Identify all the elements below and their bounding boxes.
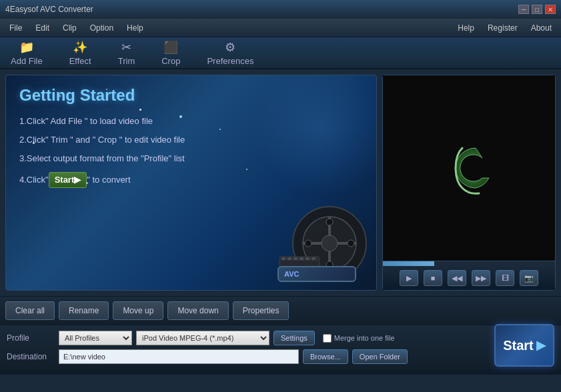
open-folder-button[interactable]: Open Folder xyxy=(352,349,408,364)
destination-label: Destination xyxy=(7,352,55,361)
film-reel-container: AVC xyxy=(276,190,370,283)
avc-badge: AVC xyxy=(277,266,356,282)
step-2: 2.Click" Trim " and " Crop " to edit vid… xyxy=(19,134,363,146)
effect-icon: ✨ xyxy=(73,40,87,55)
toolbar-trim-label: Trim xyxy=(118,56,135,66)
action-bar: Clear all Rename Move up Move down Prope… xyxy=(0,296,561,325)
preview-panel: ▶ ■ ◀◀ ▶▶ 🎞 📷 xyxy=(382,75,556,291)
step-4: 4.Click" Start▶ " to convert xyxy=(19,172,363,188)
menu-bar: File Edit Clip Option Help Help Register… xyxy=(0,19,561,37)
main-content: Getting Started 1.Click" Add File " to l… xyxy=(0,69,561,296)
menu-about[interactable]: About xyxy=(524,21,558,35)
move-down-button[interactable]: Move down xyxy=(167,301,228,320)
svg-rect-14 xyxy=(282,257,286,260)
svg-rect-19 xyxy=(312,257,316,260)
menu-register[interactable]: Register xyxy=(481,21,524,35)
start-label: Start ▶ xyxy=(503,338,546,353)
title-bar: 4Easysof AVC Converter ─ □ ✕ xyxy=(0,0,561,19)
getting-started-panel: Getting Started 1.Click" Add File " to l… xyxy=(5,75,377,291)
preview-controls: ▶ ■ ◀◀ ▶▶ 🎞 📷 xyxy=(383,266,555,290)
profile-row: Profile All Profiles iPod Video MPEG-4 (… xyxy=(7,331,554,345)
clip-button[interactable]: 🎞 xyxy=(496,270,514,286)
trim-icon: ✂ xyxy=(121,40,131,55)
menu-help-right[interactable]: Help xyxy=(451,21,481,35)
preview-logo xyxy=(442,141,496,195)
app-title: 4Easysof AVC Converter xyxy=(5,5,518,14)
rename-button[interactable]: Rename xyxy=(59,301,109,320)
profile-label: Profile xyxy=(7,333,55,343)
clear-all-button[interactable]: Clear all xyxy=(5,301,55,320)
right-menus: Help Register About xyxy=(451,21,558,35)
menu-clip[interactable]: Clip xyxy=(56,21,83,35)
merge-checkbox-label: Merge into one file xyxy=(323,334,395,343)
preview-screen xyxy=(383,75,555,261)
add-file-icon: 📁 xyxy=(19,40,34,55)
stop-button[interactable]: ■ xyxy=(424,270,442,286)
browse-button[interactable]: Browse... xyxy=(303,349,348,364)
svg-point-2 xyxy=(322,235,338,251)
menu-edit[interactable]: Edit xyxy=(29,21,56,35)
step-4-start-inline: Start▶ xyxy=(49,172,87,188)
bottom-bar: Profile All Profiles iPod Video MPEG-4 (… xyxy=(0,325,561,369)
svg-point-9 xyxy=(305,240,312,247)
toolbar-effect[interactable]: ✨ Effect xyxy=(69,40,91,66)
start-button[interactable]: Start ▶ xyxy=(494,324,554,367)
toolbar-preferences-label: Preferences xyxy=(207,56,253,66)
preview-progress-bar[interactable] xyxy=(383,261,555,266)
progress-fill xyxy=(383,261,434,266)
toolbar-add-file[interactable]: 📁 Add File xyxy=(11,40,43,66)
menu-option[interactable]: Option xyxy=(83,21,120,35)
play-button[interactable]: ▶ xyxy=(400,270,418,286)
svg-rect-17 xyxy=(300,257,304,260)
toolbar-trim[interactable]: ✂ Trim xyxy=(118,40,135,66)
step-1: 1.Click" Add File " to load video file xyxy=(19,115,363,127)
format-select[interactable]: iPod Video MPEG-4 (*.mp4) xyxy=(136,331,269,345)
toolbar-preferences[interactable]: ⚙ Preferences xyxy=(207,40,253,66)
step-4-suffix: " to convert xyxy=(87,175,130,185)
step-3: 3.Select output format from the "Profile… xyxy=(19,153,363,165)
svg-point-7 xyxy=(326,219,333,225)
close-button[interactable]: ✕ xyxy=(545,5,556,14)
toolbar-effect-label: Effect xyxy=(69,56,91,66)
destination-row: Destination Browse... Open Folder xyxy=(7,349,554,364)
getting-started-title: Getting Started xyxy=(19,86,363,105)
toolbar: 📁 Add File ✨ Effect ✂ Trim ⬛ Crop ⚙ Pref… xyxy=(0,37,561,69)
profile-select[interactable]: All Profiles xyxy=(59,331,132,345)
maximize-button[interactable]: □ xyxy=(532,5,542,14)
merge-checkbox[interactable] xyxy=(323,334,332,343)
move-up-button[interactable]: Move up xyxy=(113,301,163,320)
settings-button[interactable]: Settings xyxy=(273,331,315,345)
window-controls: ─ □ ✕ xyxy=(518,5,556,14)
minimize-button[interactable]: ─ xyxy=(518,5,529,14)
preferences-icon: ⚙ xyxy=(225,40,235,55)
toolbar-add-file-label: Add File xyxy=(11,56,43,66)
fast-forward-button[interactable]: ▶▶ xyxy=(472,270,490,286)
step-4-prefix: 4.Click" xyxy=(19,175,49,185)
svg-rect-16 xyxy=(294,257,298,260)
svg-rect-15 xyxy=(288,257,292,260)
merge-label: Merge into one file xyxy=(334,334,395,342)
snapshot-button[interactable]: 📷 xyxy=(520,270,538,286)
crop-icon: ⬛ xyxy=(163,40,178,55)
rewind-button[interactable]: ◀◀ xyxy=(448,270,466,286)
svg-point-10 xyxy=(348,240,354,247)
menu-file[interactable]: File xyxy=(3,21,29,35)
start-arrow-icon: ▶ xyxy=(536,338,546,353)
bottom-section: Profile All Profiles iPod Video MPEG-4 (… xyxy=(0,325,561,375)
svg-rect-18 xyxy=(306,257,310,260)
menu-help[interactable]: Help xyxy=(120,21,150,35)
properties-button[interactable]: Properties xyxy=(233,301,290,320)
toolbar-crop[interactable]: ⬛ Crop xyxy=(161,40,180,66)
destination-input[interactable] xyxy=(59,349,299,364)
toolbar-crop-label: Crop xyxy=(161,56,180,66)
